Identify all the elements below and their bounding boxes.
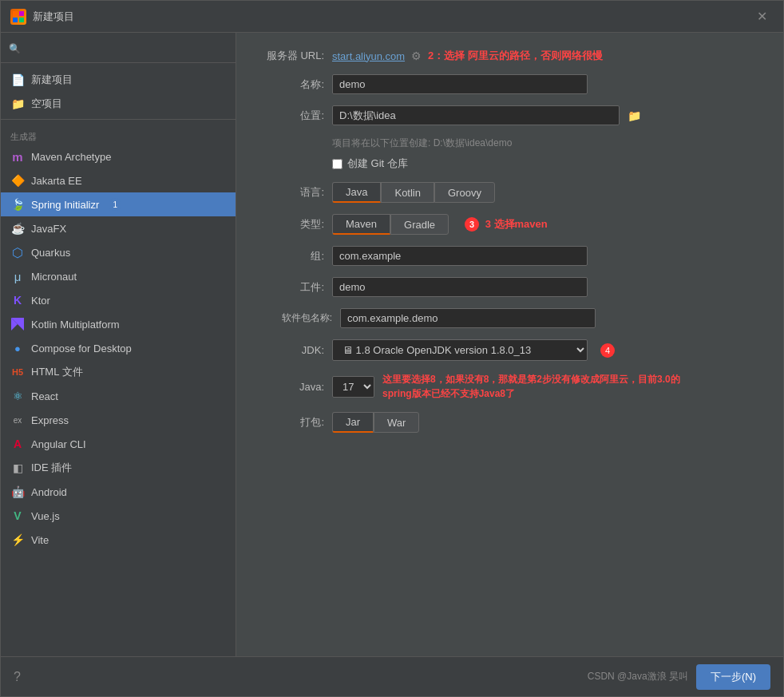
folder-icon[interactable]: 📁 bbox=[628, 109, 641, 122]
server-url-row: 服务器 URL: start.aliyun.com ⚙ 2：选择 阿里云的路径，… bbox=[260, 49, 759, 63]
artifact-label: 工件: bbox=[260, 280, 324, 295]
sidebar-item-ide-plugin[interactable]: ◧ IDE 插件 bbox=[1, 456, 236, 480]
search-bar: 🔍 bbox=[1, 39, 236, 63]
generators-section-label: 生成器 bbox=[1, 126, 236, 145]
sidebar-item-maven-archetype[interactable]: m Maven Archetype bbox=[1, 145, 236, 168]
svg-rect-0 bbox=[13, 11, 18, 16]
package-type-label: 打包: bbox=[260, 415, 324, 430]
micronaut-icon: μ bbox=[10, 269, 25, 283]
vite-icon: ⚡ bbox=[10, 533, 25, 547]
java-select[interactable]: 17 11 8 bbox=[332, 376, 374, 398]
package-label: 软件包名称: bbox=[260, 311, 332, 325]
vue-icon: V bbox=[10, 509, 25, 523]
sidebar-item-angular-cli[interactable]: A Angular CLI bbox=[1, 432, 236, 456]
search-input[interactable] bbox=[26, 42, 228, 54]
jakarta-ee-icon: 🔶 bbox=[10, 173, 25, 188]
server-url-value[interactable]: start.aliyun.com bbox=[332, 50, 405, 62]
location-input[interactable] bbox=[332, 105, 620, 125]
sidebar-item-quarkus[interactable]: ⬡ Quarkus bbox=[1, 240, 236, 264]
ktor-icon: K bbox=[10, 293, 25, 307]
sidebar-item-label: Maven Archetype bbox=[31, 151, 111, 163]
jdk-row: JDK: 🖥 1.8 Oracle OpenJDK version 1.8.0_… bbox=[260, 339, 759, 361]
sidebar-item-label: Android bbox=[31, 486, 67, 498]
spring-icon: 🍃 bbox=[10, 197, 25, 212]
sidebar-item-vuejs[interactable]: V Vue.js bbox=[1, 504, 236, 528]
location-label: 位置: bbox=[260, 109, 324, 123]
sidebar-item-ktor[interactable]: K Ktor bbox=[1, 288, 236, 312]
sidebar-item-label: Kotlin Multiplatform bbox=[31, 319, 120, 331]
sidebar-item-label: Jakarta EE bbox=[31, 175, 82, 187]
help-button[interactable]: ? bbox=[14, 670, 21, 684]
git-checkbox-row: 创建 Git 仓库 bbox=[332, 156, 759, 171]
location-hint: 项目将在以下位置创建: D:\数据\idea\demo bbox=[332, 137, 759, 150]
language-btn-group: Java Kotlin Groovy bbox=[332, 182, 495, 203]
sidebar-item-label: Express bbox=[31, 414, 69, 426]
name-input[interactable] bbox=[332, 74, 588, 94]
package-war-btn[interactable]: War bbox=[374, 412, 419, 433]
sidebar-item-javafx[interactable]: ☕ JavaFX bbox=[1, 216, 236, 240]
sidebar-item-label: Quarkus bbox=[31, 247, 70, 259]
sidebar-item-label: Compose for Desktop bbox=[31, 343, 132, 354]
group-input[interactable] bbox=[332, 246, 588, 266]
new-project-dialog: 新建项目 ✕ 🔍 📄 新建项目 📁 空项目 生成器 m bbox=[0, 0, 784, 697]
sidebar-item-label: IDE 插件 bbox=[31, 461, 72, 475]
next-button[interactable]: 下一步(N) bbox=[696, 664, 770, 690]
type-maven-btn[interactable]: Maven bbox=[332, 214, 390, 235]
sidebar-item-label: Vue.js bbox=[31, 510, 60, 522]
language-kotlin-btn[interactable]: Kotlin bbox=[381, 182, 434, 203]
maven-archetype-icon: m bbox=[10, 149, 25, 164]
java-row: Java: 17 11 8 这里要选择8，如果没有8，那就是第2步没有修改成阿里… bbox=[260, 372, 759, 401]
package-input[interactable] bbox=[340, 308, 596, 328]
type-annotation: 3 3 选择maven bbox=[465, 217, 548, 232]
language-java-btn[interactable]: Java bbox=[332, 182, 381, 203]
artifact-input[interactable] bbox=[332, 277, 588, 297]
spring-badge: 1 bbox=[109, 198, 121, 211]
svg-rect-3 bbox=[19, 18, 24, 22]
gear-icon[interactable]: ⚙ bbox=[411, 50, 422, 62]
html-icon: H5 bbox=[10, 365, 25, 379]
package-type-row: 打包: Jar War bbox=[260, 412, 759, 433]
sidebar-item-android[interactable]: 🤖 Android bbox=[1, 480, 236, 504]
type-btn-group: Maven Gradle bbox=[332, 214, 449, 235]
language-groovy-btn[interactable]: Groovy bbox=[434, 182, 495, 203]
sidebar-item-express[interactable]: ex Express bbox=[1, 408, 236, 432]
title-bar: 新建项目 ✕ bbox=[1, 1, 783, 33]
compose-icon: ● bbox=[10, 341, 25, 355]
sidebar-item-micronaut[interactable]: μ Micronaut bbox=[1, 264, 236, 288]
type-gradle-btn[interactable]: Gradle bbox=[390, 214, 449, 235]
sidebar-item-jakarta-ee[interactable]: 🔶 Jakarta EE bbox=[1, 168, 236, 192]
server-url-content: start.aliyun.com ⚙ 2：选择 阿里云的路径，否则网络很慢 bbox=[332, 49, 603, 63]
jdk-select[interactable]: 🖥 1.8 Oracle OpenJDK version 1.8.0_13 bbox=[332, 339, 588, 361]
dialog-title: 新建项目 bbox=[33, 10, 74, 24]
language-row: 语言: Java Kotlin Groovy bbox=[260, 182, 759, 203]
type-row: 类型: Maven Gradle 3 3 选择maven bbox=[260, 214, 759, 235]
sidebar-item-new-project[interactable]: 📄 新建项目 bbox=[1, 68, 236, 92]
sidebar-item-vite[interactable]: ⚡ Vite bbox=[1, 528, 236, 552]
android-icon: 🤖 bbox=[10, 485, 25, 499]
artifact-row: 工件: bbox=[260, 277, 759, 297]
right-panel: 服务器 URL: start.aliyun.com ⚙ 2：选择 阿里云的路径，… bbox=[236, 33, 783, 656]
sidebar-item-empty-project[interactable]: 📁 空项目 bbox=[1, 92, 236, 116]
package-jar-btn[interactable]: Jar bbox=[332, 412, 374, 433]
sidebar-item-react[interactable]: ⚛ React bbox=[1, 384, 236, 408]
sidebar-item-html-file[interactable]: H5 HTML 文件 bbox=[1, 360, 236, 384]
jdk-label: JDK: bbox=[260, 344, 324, 356]
sidebar-item-label: Angular CLI bbox=[31, 438, 86, 450]
type-label: 类型: bbox=[260, 217, 324, 232]
sidebar-item-label: 新建项目 bbox=[31, 73, 73, 87]
git-checkbox[interactable] bbox=[332, 159, 343, 169]
app-icon bbox=[10, 9, 26, 25]
name-label: 名称: bbox=[260, 77, 324, 92]
close-button[interactable]: ✕ bbox=[750, 6, 774, 27]
bottom-bar: ? CSDN @Java激浪 昊叫 下一步(N) bbox=[1, 656, 783, 696]
ide-plugin-icon: ◧ bbox=[10, 461, 25, 475]
javafx-icon: ☕ bbox=[10, 221, 25, 236]
sidebar-item-spring-initializr[interactable]: 🍃 Spring Initializr 1 bbox=[1, 192, 236, 216]
sidebar-item-label: Vite bbox=[31, 534, 49, 546]
sidebar-item-compose-desktop[interactable]: ● Compose for Desktop bbox=[1, 336, 236, 360]
sidebar-item-kotlin-multiplatform[interactable]: Kotlin Multiplatform bbox=[1, 312, 236, 336]
name-row: 名称: bbox=[260, 74, 759, 94]
package-row: 软件包名称: bbox=[260, 308, 759, 328]
language-label: 语言: bbox=[260, 185, 324, 200]
main-content: 🔍 📄 新建项目 📁 空项目 生成器 m Maven Archetype � bbox=[1, 33, 783, 656]
